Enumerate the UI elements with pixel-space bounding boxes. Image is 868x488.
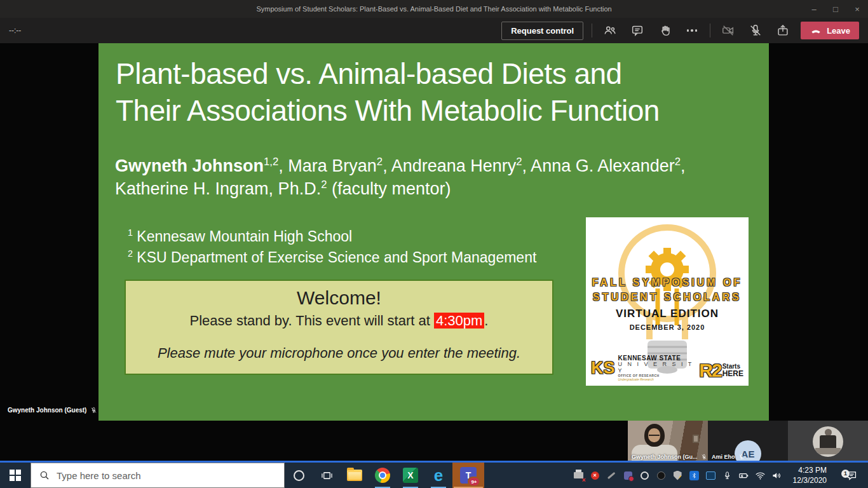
teams-tray-icon[interactable] [623, 470, 634, 481]
participants-button[interactable] [600, 21, 620, 40]
raise-hand-button[interactable] [655, 21, 674, 40]
creative-cloud-icon[interactable] [639, 470, 650, 481]
mic-toggle-button[interactable] [746, 21, 765, 40]
chrome-button[interactable] [369, 463, 397, 488]
internet-explorer-button[interactable]: e [424, 463, 452, 488]
welcome-line-period: . [484, 313, 488, 329]
symposium-title-line1: FALL SYMPOSIUM OF [586, 277, 749, 288]
author-name: , Anna G. Alexander [522, 156, 675, 175]
author-separator: , [681, 156, 686, 175]
task-view-button[interactable] [313, 463, 341, 488]
avatar-photo [813, 426, 843, 457]
slide-title: Plant-based vs. Animal-based Diets and T… [116, 56, 660, 130]
welcome-line-text: Please stand by. This event will start a… [190, 313, 434, 329]
more-actions-button[interactable] [682, 21, 702, 40]
system-tray: × × [573, 463, 868, 488]
onedrive-paused-icon[interactable] [606, 470, 617, 481]
meeting-stage: Plant-based vs. Animal-based Diets and T… [0, 43, 868, 463]
slide-title-line1: Plant-based vs. Animal-based Diets and [116, 56, 660, 93]
presentation-slide: Plant-based vs. Animal-based Diets and T… [98, 43, 769, 421]
clock-date: 12/3/2020 [793, 475, 827, 485]
virtual-edition-label: VIRTUAL EDITION [586, 308, 749, 320]
affiliation-sup: 2 [128, 248, 133, 259]
webcam-background-frame [693, 435, 699, 443]
teams-button-active[interactable]: T 9+ [452, 463, 484, 488]
error-x: × [582, 477, 586, 484]
author-name: , Andreana Henry [383, 156, 516, 175]
start-time-highlight: 4:30pm [434, 313, 484, 329]
affiliation-sup: 1 [128, 227, 133, 238]
tile-name: Gwyneth Johnson (Gu... [632, 454, 698, 460]
author-sup: 2 [377, 156, 383, 168]
power-battery-icon[interactable] [738, 470, 749, 481]
teams-glyph [624, 471, 632, 480]
tray-app-icon[interactable] [656, 470, 667, 481]
camera-off-icon [721, 24, 735, 37]
leave-label: Leave [827, 26, 850, 36]
minimize-button[interactable]: – [803, 0, 825, 18]
r2-logo: R2 Starts HERE [699, 360, 743, 381]
symposium-title-line2: STUDENT SCHOLARS [586, 292, 749, 303]
bluetooth-glyph [689, 471, 699, 480]
mic-off-icon [701, 454, 707, 460]
file-explorer-icon [347, 470, 362, 481]
author-name: Katherine H. Ingram, Ph.D. [115, 179, 321, 198]
people-icon [603, 24, 617, 37]
chrome-icon [375, 468, 390, 483]
shield-glyph [674, 471, 682, 480]
video-tile-strip: Gwyneth Johnson (Gu... AE Ami Eho [628, 421, 868, 463]
windows-logo-icon [10, 470, 21, 481]
printer-error-icon[interactable]: × [573, 470, 584, 481]
file-explorer-button[interactable] [341, 463, 369, 488]
volume-icon[interactable] [771, 470, 782, 481]
excel-button[interactable]: X [397, 463, 424, 488]
defender-warning-icon[interactable] [672, 470, 683, 481]
cortana-button[interactable] [285, 463, 313, 488]
bluetooth-icon[interactable] [689, 470, 700, 481]
action-center-button[interactable]: 1 [837, 470, 865, 482]
video-tile-ami[interactable]: AE Ami Eho [708, 421, 788, 463]
toolbar-divider [710, 24, 710, 37]
ring-glyph [641, 471, 649, 480]
slide-title-line2: Their Associations With Metabolic Functi… [116, 93, 660, 130]
mute-note: Please mute your microphone once you ent… [126, 345, 552, 362]
task-view-icon [321, 470, 333, 482]
search-icon [39, 470, 50, 481]
wifi-glyph [755, 470, 766, 481]
video-tile-third[interactable] [788, 421, 868, 463]
remote-desktop-icon[interactable] [705, 470, 716, 481]
logo-footer: KS KENNESAW STATE U N I V E R S I T Y OF… [591, 355, 743, 381]
close-button[interactable]: × [846, 0, 868, 18]
slide-authors: Gwyneth Johnson1,2, Mara Bryan2, Andrean… [115, 155, 757, 200]
share-button[interactable] [773, 21, 792, 40]
author-sup: 2 [516, 156, 522, 168]
presenter-name: Gwyneth Johnson (Guest) [8, 407, 86, 414]
search-input[interactable] [57, 470, 266, 481]
error-x: × [591, 471, 599, 480]
taskbar-search[interactable] [31, 463, 285, 488]
welcome-line: Please stand by. This event will start a… [126, 313, 552, 329]
sync-error-icon[interactable]: × [590, 470, 600, 481]
notification-badge: 1 [841, 470, 850, 478]
author-name: , Mara Bryan [278, 156, 377, 175]
mic-off-icon [738, 454, 745, 460]
more-icon [687, 29, 698, 32]
leave-button[interactable]: Leave [801, 22, 859, 39]
r2-mark: R2 [699, 360, 721, 381]
restore-button[interactable]: □ [825, 0, 846, 18]
chat-icon [630, 24, 644, 37]
avatar-photo-desk [815, 448, 841, 454]
camera-toggle-button[interactable] [719, 21, 738, 40]
window-controls: – □ × [803, 0, 868, 18]
start-button[interactable] [0, 463, 31, 488]
wifi-icon[interactable] [755, 470, 766, 481]
chat-button[interactable] [628, 21, 647, 40]
request-control-button[interactable]: Request control [501, 22, 583, 40]
mic-off-icon [90, 407, 97, 414]
clock-time: 4:23 PM [798, 465, 827, 475]
window-title: Symposium of Student Scholars: Plant-Bas… [0, 0, 868, 18]
video-tile-gwyneth[interactable]: Gwyneth Johnson (Gu... [628, 421, 708, 463]
author-sup: 1,2 [264, 156, 278, 168]
microphone-in-use-icon[interactable] [722, 470, 733, 481]
taskbar-clock[interactable]: 4:23 PM 12/3/2020 [788, 465, 832, 485]
